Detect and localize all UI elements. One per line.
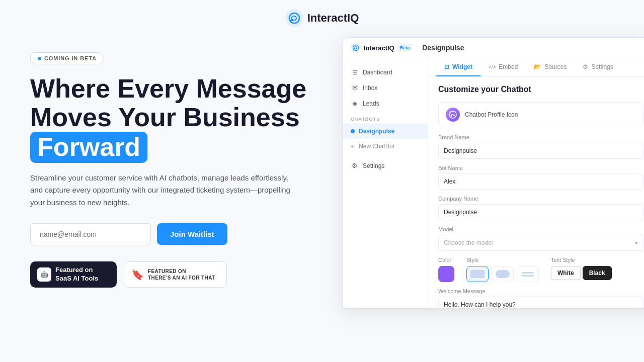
mockup-beta-badge: Beta xyxy=(397,44,413,51)
hero-right: InteractIQ Beta Designpulse ⊞ Dashboard … xyxy=(342,37,644,309)
welcome-msg-label: Welcome Message xyxy=(438,288,643,294)
plus-icon: + xyxy=(351,142,355,150)
color-swatch-purple[interactable] xyxy=(438,266,454,282)
style-line-1 xyxy=(522,272,534,274)
tab-settings-icon: ⚙ xyxy=(583,63,588,70)
cta-row: Join Waitlist xyxy=(30,223,322,245)
bot-name-label: Bot Name xyxy=(438,165,643,171)
leads-icon: ◈ xyxy=(351,100,359,107)
pill-shape xyxy=(496,270,510,278)
saas-label: Featured on xyxy=(55,266,98,275)
sidebar-chatbot-designpulse[interactable]: Designpulse xyxy=(343,124,428,139)
sidebar-chatbot-label: Designpulse xyxy=(359,128,394,135)
style-line-2 xyxy=(522,275,534,277)
welcome-msg-field: Welcome Message xyxy=(438,288,643,308)
style-option-lines[interactable] xyxy=(517,266,539,282)
bot-name-input[interactable] xyxy=(438,173,643,190)
style-label: Style xyxy=(466,257,539,263)
customize-title: Customize your Chatbot xyxy=(438,85,643,94)
join-waitlist-button[interactable]: Join Waitlist xyxy=(157,223,227,245)
model-placeholder: Choose the model xyxy=(444,239,493,246)
title-line1: Where Every Message xyxy=(30,74,306,103)
aifor-text: FEATURED ON THERE'S AN AI FOR THAT xyxy=(148,268,215,281)
rect-shape xyxy=(470,270,485,278)
beta-dot xyxy=(38,57,41,60)
sidebar-label-inbox: Inbox xyxy=(363,84,377,92)
saas-name: SaaS AI Tools xyxy=(55,275,98,283)
color-swatches xyxy=(438,266,454,282)
color-section: Color xyxy=(438,257,454,282)
profile-icon-svg xyxy=(449,111,457,119)
mockup-topbar: InteractIQ Beta Designpulse xyxy=(343,38,644,58)
text-style-options: White Black xyxy=(551,266,612,280)
sidebar-item-settings[interactable]: ⚙ Settings xyxy=(343,158,428,173)
aifor-bookmark-icon: 🔖 xyxy=(131,268,144,281)
svg-point-3 xyxy=(351,43,361,53)
chevron-down-icon: ▾ xyxy=(635,240,638,246)
svg-point-7 xyxy=(451,116,452,117)
title-highlight: Forward xyxy=(30,132,147,162)
sidebar-item-dashboard[interactable]: ⊞ Dashboard xyxy=(343,64,428,80)
aifor-name: THERE'S AN AI FOR THAT xyxy=(148,275,215,281)
color-label: Color xyxy=(438,257,454,263)
tab-settings[interactable]: ⚙ Settings xyxy=(575,58,621,76)
widget-icon: ⊡ xyxy=(444,63,449,70)
profile-icon-row[interactable]: Chatbot Profile Icon xyxy=(438,102,643,127)
tab-widget-label: Widget xyxy=(452,63,472,70)
model-label: Model xyxy=(438,226,643,232)
settings-gear-icon: ⚙ xyxy=(351,162,359,169)
bot-name-field: Bot Name xyxy=(438,165,643,190)
aifor-badge: 🔖 FEATURED ON THERE'S AN AI FOR THAT xyxy=(124,261,227,288)
lines-shape xyxy=(522,272,534,277)
tab-sources[interactable]: 📂 Sources xyxy=(526,58,575,76)
aifor-label: FEATURED ON xyxy=(148,268,215,275)
model-select[interactable]: Choose the model ▾ xyxy=(438,235,643,251)
text-style-white-btn[interactable]: White xyxy=(551,266,581,280)
text-style-black-btn[interactable]: Black xyxy=(583,266,612,280)
beta-badge: COMING IN BETA xyxy=(30,52,104,64)
svg-point-2 xyxy=(290,19,293,22)
chatbot-dot xyxy=(351,129,355,133)
company-name-field: Company Name xyxy=(438,196,643,220)
title-line2: Moves Your Business xyxy=(30,103,300,132)
style-option-pill[interactable] xyxy=(492,266,514,282)
logo-icon xyxy=(285,9,303,27)
saas-icon: 🤖 xyxy=(37,267,51,282)
sidebar-new-chatbot[interactable]: + New ChatBot xyxy=(343,139,428,154)
brand-name-label: Brand Name xyxy=(438,134,643,140)
tab-embed[interactable]: </> Embed xyxy=(480,58,526,76)
model-field: Model Choose the model ▾ xyxy=(438,226,643,251)
sources-icon: 📂 xyxy=(534,63,541,70)
brand-name-input[interactable] xyxy=(438,143,643,159)
mockup-tabs: ⊡ Widget </> Embed 📂 Sources ⚙ xyxy=(428,58,644,77)
logo: InteractIQ xyxy=(285,9,359,27)
text-style-label: Text Style xyxy=(551,257,612,263)
mockup-logo: InteractIQ Beta xyxy=(351,43,412,53)
hero-subtitle: Streamline your customer service with AI… xyxy=(30,172,292,209)
hero-left: COMING IN BETA Where Every Message Moves… xyxy=(30,42,322,309)
tab-widget[interactable]: ⊡ Widget xyxy=(436,58,480,76)
color-style-row: Color Style xyxy=(438,257,643,282)
sidebar-item-inbox[interactable]: ✉ Inbox xyxy=(343,80,428,96)
mockup-logo-text: InteractIQ xyxy=(364,44,394,52)
sidebar-label-leads: Leads xyxy=(363,100,379,107)
brand-name-field: Brand Name xyxy=(438,134,643,159)
welcome-msg-input[interactable] xyxy=(438,297,643,308)
mockup-brand-name: Designpulse xyxy=(422,44,464,52)
style-option-rect[interactable] xyxy=(466,266,489,282)
style-section: Style xyxy=(466,257,539,282)
dashboard-icon: ⊞ xyxy=(351,68,359,76)
tab-sources-label: Sources xyxy=(544,63,567,70)
email-input[interactable] xyxy=(30,223,151,245)
new-chatbot-label: New ChatBot xyxy=(359,143,394,150)
embed-icon: </> xyxy=(489,64,496,70)
svg-point-0 xyxy=(285,9,303,27)
beta-text: COMING IN BETA xyxy=(44,55,97,61)
profile-icon-label: Chatbot Profile Icon xyxy=(465,111,518,118)
sidebar-label-settings: Settings xyxy=(363,162,384,169)
mockup-sidebar: ⊞ Dashboard ✉ Inbox ◈ Leads CHATBOTS xyxy=(343,58,428,308)
sidebar-item-leads[interactable]: ◈ Leads xyxy=(343,96,428,111)
badges-row: 🤖 Featured on SaaS AI Tools 🔖 FEATURED O… xyxy=(30,261,322,288)
tab-settings-label: Settings xyxy=(591,63,613,70)
company-name-input[interactable] xyxy=(438,204,643,220)
